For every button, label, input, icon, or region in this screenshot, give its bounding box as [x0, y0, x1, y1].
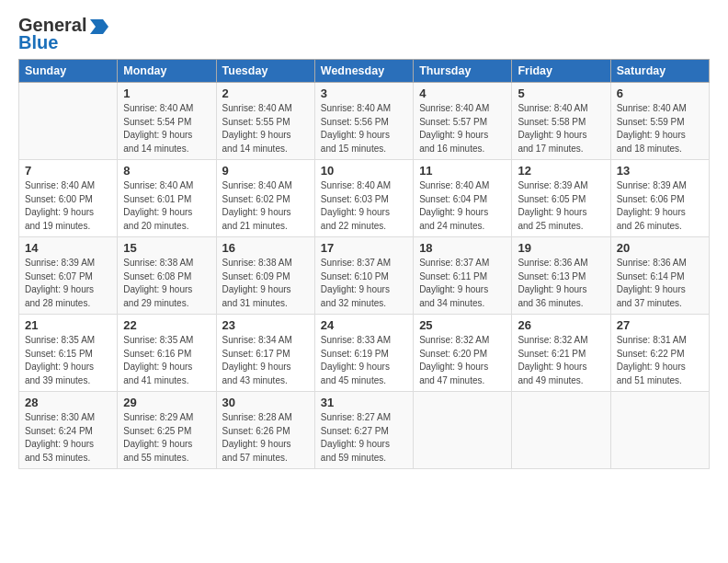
week-row-0: 1Sunrise: 8:40 AMSunset: 5:54 PMDaylight… — [19, 83, 710, 160]
cell-1-4: 11Sunrise: 8:40 AMSunset: 6:04 PMDayligh… — [414, 160, 512, 237]
cell-4-1: 29Sunrise: 8:29 AMSunset: 6:25 PMDayligh… — [118, 392, 216, 469]
cell-info: Sunrise: 8:35 AMSunset: 6:16 PMDaylight:… — [123, 334, 210, 387]
cell-0-0 — [19, 83, 118, 160]
logo: General Blue — [18, 15, 108, 53]
day-number: 2 — [222, 86, 309, 100]
week-row-2: 14Sunrise: 8:39 AMSunset: 6:07 PMDayligh… — [19, 237, 710, 315]
col-header-friday: Friday — [512, 60, 610, 83]
cell-1-5: 12Sunrise: 8:39 AMSunset: 6:05 PMDayligh… — [512, 160, 610, 237]
day-number: 14 — [25, 241, 111, 255]
col-header-wednesday: Wednesday — [314, 60, 413, 83]
cell-3-6: 27Sunrise: 8:31 AMSunset: 6:22 PMDayligh… — [610, 315, 709, 392]
cell-info: Sunrise: 8:39 AMSunset: 6:06 PMDaylight:… — [617, 179, 703, 233]
cell-info: Sunrise: 8:38 AMSunset: 6:09 PMDaylight:… — [222, 257, 309, 310]
day-number: 24 — [321, 318, 407, 332]
cell-info: Sunrise: 8:37 AMSunset: 6:11 PMDaylight:… — [419, 257, 506, 310]
cell-info: Sunrise: 8:32 AMSunset: 6:21 PMDaylight:… — [518, 334, 604, 387]
day-number: 29 — [123, 396, 210, 409]
cell-info: Sunrise: 8:30 AMSunset: 6:24 PMDaylight:… — [25, 411, 111, 465]
day-number: 18 — [419, 241, 506, 255]
cell-info: Sunrise: 8:40 AMSunset: 5:58 PMDaylight:… — [518, 102, 604, 155]
week-row-1: 7Sunrise: 8:40 AMSunset: 6:00 PMDaylight… — [19, 160, 710, 237]
page: General Blue SundayMondayTuesdayWednesda… — [0, 0, 728, 563]
day-number: 21 — [25, 318, 111, 332]
cell-3-4: 25Sunrise: 8:32 AMSunset: 6:20 PMDayligh… — [414, 315, 512, 392]
col-header-thursday: Thursday — [414, 60, 512, 83]
cell-1-6: 13Sunrise: 8:39 AMSunset: 6:06 PMDayligh… — [610, 160, 709, 237]
cell-info: Sunrise: 8:37 AMSunset: 6:10 PMDaylight:… — [321, 257, 407, 310]
day-number: 5 — [518, 86, 604, 100]
cell-info: Sunrise: 8:40 AMSunset: 5:55 PMDaylight:… — [222, 102, 309, 155]
cell-3-1: 22Sunrise: 8:35 AMSunset: 6:16 PMDayligh… — [118, 315, 216, 392]
cell-info: Sunrise: 8:32 AMSunset: 6:20 PMDaylight:… — [419, 334, 506, 387]
day-number: 15 — [123, 241, 210, 255]
cell-info: Sunrise: 8:40 AMSunset: 6:01 PMDaylight:… — [123, 179, 210, 233]
week-row-3: 21Sunrise: 8:35 AMSunset: 6:15 PMDayligh… — [19, 315, 710, 392]
cell-2-4: 18Sunrise: 8:37 AMSunset: 6:11 PMDayligh… — [414, 237, 512, 315]
day-number: 23 — [222, 318, 309, 332]
cell-4-5 — [512, 392, 610, 469]
day-number: 1 — [123, 86, 210, 100]
day-number: 6 — [617, 86, 703, 100]
cell-info: Sunrise: 8:40 AMSunset: 6:03 PMDaylight:… — [321, 179, 407, 233]
day-number: 27 — [617, 318, 703, 332]
day-number: 25 — [419, 318, 506, 332]
cell-0-3: 3Sunrise: 8:40 AMSunset: 5:56 PMDaylight… — [314, 83, 413, 160]
cell-0-6: 6Sunrise: 8:40 AMSunset: 5:59 PMDaylight… — [610, 83, 709, 160]
cell-1-2: 9Sunrise: 8:40 AMSunset: 6:02 PMDaylight… — [216, 160, 314, 237]
col-header-monday: Monday — [118, 60, 216, 83]
logo-icon — [88, 19, 108, 34]
day-number: 17 — [321, 241, 407, 255]
cell-info: Sunrise: 8:35 AMSunset: 6:15 PMDaylight:… — [25, 334, 111, 387]
col-header-tuesday: Tuesday — [216, 60, 314, 83]
cell-info: Sunrise: 8:40 AMSunset: 5:54 PMDaylight:… — [123, 102, 210, 155]
day-number: 19 — [518, 241, 604, 255]
cell-info: Sunrise: 8:39 AMSunset: 6:07 PMDaylight:… — [25, 257, 111, 310]
day-number: 3 — [321, 86, 407, 100]
day-number: 13 — [617, 164, 703, 178]
cell-3-3: 24Sunrise: 8:33 AMSunset: 6:19 PMDayligh… — [314, 315, 413, 392]
day-number: 12 — [518, 164, 604, 178]
cell-2-6: 20Sunrise: 8:36 AMSunset: 6:14 PMDayligh… — [610, 237, 709, 315]
cell-4-3: 31Sunrise: 8:27 AMSunset: 6:27 PMDayligh… — [314, 392, 413, 469]
cell-info: Sunrise: 8:29 AMSunset: 6:25 PMDaylight:… — [123, 411, 210, 465]
cell-info: Sunrise: 8:40 AMSunset: 5:59 PMDaylight:… — [617, 102, 703, 155]
day-number: 26 — [518, 318, 604, 332]
cell-info: Sunrise: 8:31 AMSunset: 6:22 PMDaylight:… — [617, 334, 703, 387]
cell-2-2: 16Sunrise: 8:38 AMSunset: 6:09 PMDayligh… — [216, 237, 314, 315]
day-number: 10 — [321, 164, 407, 178]
day-number: 31 — [321, 396, 407, 409]
cell-info: Sunrise: 8:27 AMSunset: 6:27 PMDaylight:… — [321, 411, 407, 465]
cell-2-5: 19Sunrise: 8:36 AMSunset: 6:13 PMDayligh… — [512, 237, 610, 315]
cell-4-2: 30Sunrise: 8:28 AMSunset: 6:26 PMDayligh… — [216, 392, 314, 469]
cell-info: Sunrise: 8:40 AMSunset: 6:00 PMDaylight:… — [25, 179, 111, 233]
cell-2-0: 14Sunrise: 8:39 AMSunset: 6:07 PMDayligh… — [19, 237, 118, 315]
cell-1-0: 7Sunrise: 8:40 AMSunset: 6:00 PMDaylight… — [19, 160, 118, 237]
cell-4-6 — [610, 392, 709, 469]
calendar-table: SundayMondayTuesdayWednesdayThursdayFrid… — [18, 59, 710, 469]
cell-info: Sunrise: 8:28 AMSunset: 6:26 PMDaylight:… — [222, 411, 309, 465]
cell-0-2: 2Sunrise: 8:40 AMSunset: 5:55 PMDaylight… — [216, 83, 314, 160]
col-header-saturday: Saturday — [610, 60, 709, 83]
cell-info: Sunrise: 8:34 AMSunset: 6:17 PMDaylight:… — [222, 334, 309, 387]
cell-info: Sunrise: 8:40 AMSunset: 5:56 PMDaylight:… — [321, 102, 407, 155]
day-number: 7 — [25, 164, 111, 178]
day-number: 11 — [419, 164, 506, 178]
week-row-4: 28Sunrise: 8:30 AMSunset: 6:24 PMDayligh… — [19, 392, 710, 469]
svg-marker-0 — [90, 19, 108, 34]
cell-3-0: 21Sunrise: 8:35 AMSunset: 6:15 PMDayligh… — [19, 315, 118, 392]
col-header-sunday: Sunday — [19, 60, 118, 83]
cell-info: Sunrise: 8:40 AMSunset: 6:02 PMDaylight:… — [222, 179, 309, 233]
day-number: 16 — [222, 241, 309, 255]
cell-info: Sunrise: 8:36 AMSunset: 6:14 PMDaylight:… — [617, 257, 703, 310]
logo-blue: Blue — [18, 32, 58, 53]
cell-info: Sunrise: 8:40 AMSunset: 5:57 PMDaylight:… — [419, 102, 506, 155]
day-number: 22 — [123, 318, 210, 332]
cell-0-4: 4Sunrise: 8:40 AMSunset: 5:57 PMDaylight… — [414, 83, 512, 160]
cell-3-5: 26Sunrise: 8:32 AMSunset: 6:21 PMDayligh… — [512, 315, 610, 392]
cell-4-4 — [414, 392, 512, 469]
cell-2-1: 15Sunrise: 8:38 AMSunset: 6:08 PMDayligh… — [118, 237, 216, 315]
header-row: SundayMondayTuesdayWednesdayThursdayFrid… — [19, 60, 710, 83]
cell-2-3: 17Sunrise: 8:37 AMSunset: 6:10 PMDayligh… — [314, 237, 413, 315]
cell-info: Sunrise: 8:36 AMSunset: 6:13 PMDaylight:… — [518, 257, 604, 310]
